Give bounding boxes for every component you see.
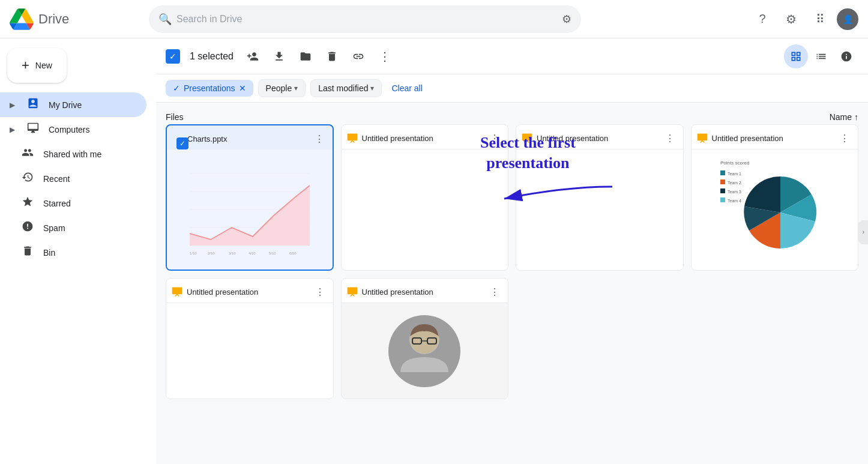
file-preview-charts: 1/10 2/10 3/10 4/10 5/10 6/10 — [167, 149, 333, 270]
last-modified-filter-dropdown[interactable]: Last modified ▾ — [310, 79, 382, 97]
sidebar-item-shared[interactable]: Shared with me — [0, 142, 146, 166]
sidebar-item-spam[interactable]: Spam — [0, 215, 146, 240]
sidebar-item-computers[interactable]: ▶ Computers — [0, 117, 146, 142]
user-avatar[interactable]: 👤 — [837, 8, 858, 30]
file-more-button[interactable]: ⋮ — [486, 130, 503, 146]
sidebar-item-recent[interactable]: Recent — [0, 166, 146, 191]
sidebar-item-bin[interactable]: Bin — [0, 240, 146, 265]
svg-rect-21 — [720, 197, 725, 202]
file-name-area: ✓ Charts.pptx — [172, 133, 311, 145]
recent-label: Recent — [43, 174, 70, 184]
close-filter-icon[interactable]: ✕ — [239, 83, 246, 93]
file-name: Untitled presentation — [362, 134, 487, 143]
file-card-charts[interactable]: ✓ Charts.pptx ⋮ — [166, 124, 334, 271]
svg-rect-15 — [720, 170, 725, 175]
new-button[interactable]: + New — [7, 48, 67, 83]
file-name-area: Untitled presentation — [521, 132, 662, 144]
search-bar[interactable]: 🔍 ⚙ — [149, 5, 581, 33]
add-people-button[interactable] — [241, 44, 265, 68]
file-card-header: Untitled presentation ⋮ — [342, 279, 508, 303]
svg-rect-17 — [720, 179, 725, 184]
info-button[interactable] — [834, 44, 858, 68]
file-name: Untitled presentation — [362, 288, 487, 297]
people-filter-dropdown[interactable]: People ▾ — [258, 79, 306, 97]
bin-label: Bin — [43, 248, 55, 258]
collapse-icon: › — [863, 229, 864, 235]
apps-button[interactable]: ⠿ — [808, 7, 832, 31]
file-card-untitled5[interactable]: Untitled presentation ⋮ — [341, 278, 509, 399]
move-button[interactable] — [294, 44, 318, 68]
sidebar: + New ▶ My Drive ▶ Computers — [0, 38, 156, 464]
chevron-down-icon: ▾ — [370, 84, 374, 92]
filters-bar: ✓ Presentations ✕ People ▾ Last modified… — [156, 74, 868, 103]
sidebar-item-starred[interactable]: Starred — [0, 191, 146, 215]
help-button[interactable]: ? — [750, 7, 774, 31]
svg-rect-12 — [522, 134, 532, 141]
svg-text:Team 3: Team 3 — [728, 190, 741, 194]
presentations-filter-label: Presentations — [184, 83, 235, 93]
file-more-button[interactable]: ⋮ — [662, 130, 678, 146]
search-icon: 🔍 — [158, 13, 172, 26]
file-card-untitled2[interactable]: Untitled presentation ⋮ — [516, 124, 684, 271]
file-preview-empty — [166, 303, 333, 399]
svg-text:3/10: 3/10 — [229, 252, 236, 255]
sort-arrow-icon: ↑ — [854, 112, 858, 122]
list-view-icon — [815, 50, 827, 62]
grid-view-button[interactable] — [784, 44, 808, 68]
pie-chart: Points scored — [714, 155, 834, 264]
drive-logo-icon — [10, 7, 34, 31]
last-modified-filter-label: Last modified — [318, 83, 368, 93]
file-card-header: ✓ Charts.pptx ⋮ — [167, 125, 333, 149]
svg-text:2/10: 2/10 — [208, 252, 215, 255]
sort-button[interactable]: Name ↑ — [830, 112, 858, 122]
file-card-header: Untitled presentation ⋮ — [516, 125, 683, 149]
chevron-down-icon: ▾ — [294, 84, 298, 92]
people-filter-label: People — [266, 83, 292, 93]
file-more-button[interactable]: ⋮ — [311, 130, 328, 147]
person-placeholder — [394, 318, 454, 384]
search-input[interactable] — [176, 14, 557, 25]
filter-icon[interactable]: ⚙ — [562, 13, 571, 26]
apps-icon: ⠿ — [816, 12, 825, 26]
file-more-button[interactable]: ⋮ — [836, 130, 853, 146]
content-area: Files Name ↑ ✓ Charts.pptx — [156, 103, 868, 464]
body: + New ▶ My Drive ▶ Computers — [0, 38, 868, 464]
line-chart: 1/10 2/10 3/10 4/10 5/10 6/10 — [184, 161, 316, 258]
file-more-button[interactable]: ⋮ — [312, 283, 328, 300]
file-card-untitled1[interactable]: Untitled presentation ⋮ — [341, 124, 509, 271]
logo-area: Drive — [10, 7, 142, 31]
chevron-icon: ▶ — [10, 101, 15, 109]
bin-icon — [20, 245, 35, 260]
delete-button[interactable] — [320, 44, 344, 68]
file-name-area: Untitled presentation — [346, 286, 487, 298]
settings-button[interactable]: ⚙ — [779, 7, 803, 31]
download-button[interactable] — [267, 44, 291, 68]
computers-label: Computers — [49, 125, 89, 134]
spam-icon — [20, 220, 35, 235]
logo-text: Drive — [38, 11, 69, 27]
svg-rect-24 — [347, 288, 357, 295]
clear-all-button[interactable]: Clear all — [387, 80, 427, 97]
selected-checkbox[interactable]: ✓ — [176, 137, 188, 149]
file-card-untitled4[interactable]: Untitled presentation ⋮ — [166, 278, 334, 399]
header: Drive 🔍 ⚙ ? ⚙ ⠿ 👤 — [0, 0, 868, 38]
sidebar-collapse[interactable]: › — [858, 220, 868, 244]
toolbar-right — [784, 44, 858, 68]
link-button[interactable] — [346, 44, 370, 68]
deselect-button[interactable]: ✓ — [166, 49, 180, 64]
toolbar-left: ✓ 1 selected — [166, 44, 782, 68]
file-grid-bottom: Untitled presentation ⋮ Untitled pres — [166, 278, 858, 399]
file-card-header: Untitled presentation ⋮ — [692, 125, 858, 149]
more-options-button[interactable]: ⋮ — [373, 44, 397, 68]
file-preview-empty — [342, 149, 508, 269]
spam-label: Spam — [43, 223, 65, 233]
list-view-button[interactable] — [809, 44, 833, 68]
file-more-button[interactable]: ⋮ — [486, 283, 503, 300]
svg-text:4/10: 4/10 — [249, 252, 256, 255]
presentation-icon — [521, 132, 533, 144]
svg-text:Team 4: Team 4 — [728, 199, 741, 203]
presentations-filter-chip[interactable]: ✓ Presentations ✕ — [166, 80, 253, 97]
file-card-untitled3[interactable]: Untitled presentation ⋮ Points scored — [691, 124, 859, 271]
section-header: Files Name ↑ — [166, 107, 858, 124]
sidebar-item-my-drive[interactable]: ▶ My Drive — [0, 92, 146, 117]
